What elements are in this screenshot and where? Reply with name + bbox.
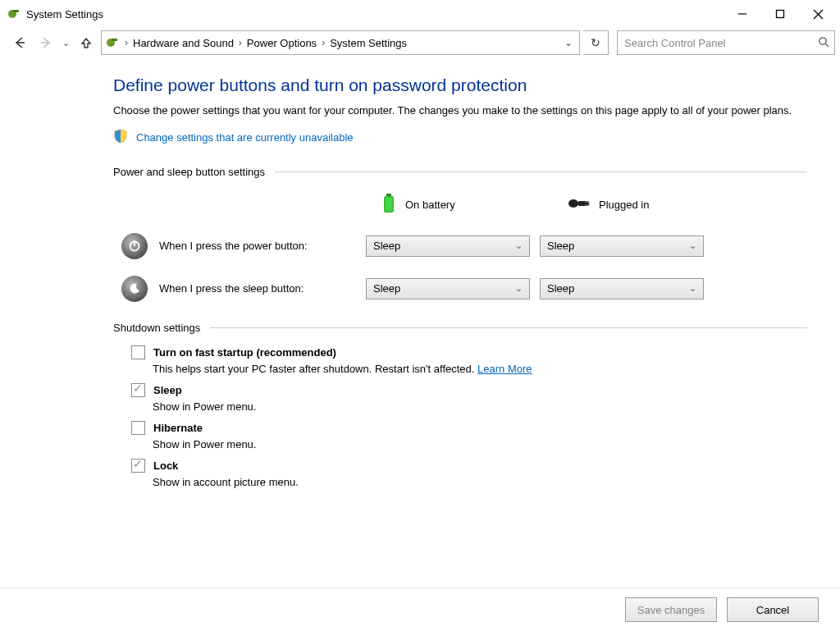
footer: Save changes Cancel [0,588,840,631]
chevron-down-icon: ⌄ [689,240,696,251]
shutdown-item-fast-startup: Turn on fast startup (recommended) This … [131,345,807,375]
chevron-right-icon: › [239,37,242,48]
row-power-button: When I press the power button: Sleep ⌄ S… [113,233,807,259]
shutdown-item-hibernate: Hibernate Show in Power menu. [131,421,807,450]
search-input[interactable] [623,36,818,50]
svg-rect-12 [386,194,391,196]
checkbox-description: Show in account picture menu. [153,476,807,488]
select-value: Sleep [373,282,400,295]
select-sleep-button-battery[interactable]: Sleep ⌄ [366,278,530,299]
checkbox-label: Sleep [153,384,182,396]
address-dropdown-icon[interactable]: ⌄ [561,37,576,48]
maximize-button[interactable] [761,0,799,28]
checkbox-label: Hibernate [153,422,203,434]
row-sleep-button: When I press the sleep button: Sleep ⌄ S… [113,276,807,302]
minimize-button[interactable] [724,0,761,28]
shutdown-item-lock: Lock Show in account picture menu. [131,459,807,488]
plug-icon [568,196,591,213]
column-label: Plugged in [599,199,649,211]
breadcrumb-item[interactable]: System Settings [330,37,407,49]
checkbox-hibernate[interactable] [131,421,145,435]
column-on-battery: On battery [366,193,553,217]
description-text: This helps start your PC faster after sh… [153,363,477,375]
battery-icon [381,193,397,217]
column-label: On battery [405,199,455,211]
svg-line-11 [826,43,829,47]
forward-button[interactable] [34,31,57,54]
chevron-right-icon: › [125,37,128,48]
section-title: Shutdown settings [113,322,200,334]
section-header-shutdown: Shutdown settings [113,322,807,334]
select-power-button-battery[interactable]: Sleep ⌄ [366,235,530,257]
svg-rect-14 [386,197,393,211]
recent-locations-dropdown-icon[interactable]: ⌄ [62,38,70,48]
save-changes-button[interactable]: Save changes [625,597,717,622]
app-icon [7,7,21,21]
power-button-icon [121,233,148,259]
select-value: Sleep [547,282,574,295]
learn-more-link[interactable]: Learn More [477,363,532,375]
row-label: When I press the power button: [159,240,308,252]
checkbox-description: Show in Power menu. [153,400,807,413]
page-description: Choose the power settings that you want … [113,103,794,119]
chevron-right-icon: › [322,37,325,48]
checkbox-label: Turn on fast startup (recommended) [153,346,336,359]
chevron-down-icon: ⌄ [689,283,696,294]
select-value: Sleep [373,240,400,252]
svg-rect-1 [13,10,19,12]
chevron-down-icon: ⌄ [515,240,523,251]
select-sleep-button-plugged[interactable]: Sleep ⌄ [540,278,704,299]
shield-icon [113,129,128,146]
page-title: Define power buttons and turn on passwor… [113,75,807,95]
cancel-button[interactable]: Cancel [727,597,819,622]
close-button[interactable] [799,0,837,28]
shutdown-settings-list: Turn on fast startup (recommended) This … [113,345,807,488]
breadcrumb-item[interactable]: Hardware and Sound [133,37,234,49]
window-title: System Settings [26,8,103,21]
breadcrumb-item[interactable]: Power Options [247,37,317,49]
svg-point-10 [819,37,826,43]
select-value: Sleep [547,240,574,252]
select-power-button-plugged[interactable]: Sleep ⌄ [540,235,704,257]
checkbox-fast-startup[interactable] [131,345,145,359]
svg-rect-3 [777,11,784,18]
column-plugged-in: Plugged in [553,196,740,213]
chevron-down-icon: ⌄ [515,283,523,294]
address-app-icon [105,35,120,50]
shutdown-item-sleep: Sleep Show in Power menu. [131,383,807,413]
svg-point-15 [568,199,578,208]
up-button[interactable] [75,31,98,54]
svg-rect-9 [112,39,117,41]
checkbox-description: This helps start your PC faster after sh… [153,363,807,375]
checkbox-lock[interactable] [131,459,145,473]
address-bar[interactable]: › Hardware and Sound › Power Options › S… [101,30,580,55]
checkbox-sleep[interactable] [131,383,145,397]
refresh-button[interactable]: ↻ [583,30,609,55]
section-header-power-sleep: Power and sleep button settings [113,166,807,178]
navbar: ⌄ › Hardware and Sound › Power Options ›… [0,28,840,57]
row-label: When I press the sleep button: [159,282,304,295]
checkbox-description: Show in Power menu. [153,438,807,450]
sleep-button-icon [121,276,148,302]
section-title: Power and sleep button settings [113,166,265,178]
titlebar: System Settings [0,0,840,28]
button-label: Save changes [637,604,705,616]
change-unavailable-settings-link[interactable]: Change settings that are currently unava… [136,131,354,144]
button-label: Cancel [756,604,789,616]
search-icon[interactable] [818,36,829,50]
search-box[interactable] [617,30,835,55]
main-content: Define power buttons and turn on passwor… [0,57,840,588]
back-button[interactable] [8,31,31,54]
column-headers: On battery Plugged in [113,193,807,217]
checkbox-label: Lock [153,460,178,472]
